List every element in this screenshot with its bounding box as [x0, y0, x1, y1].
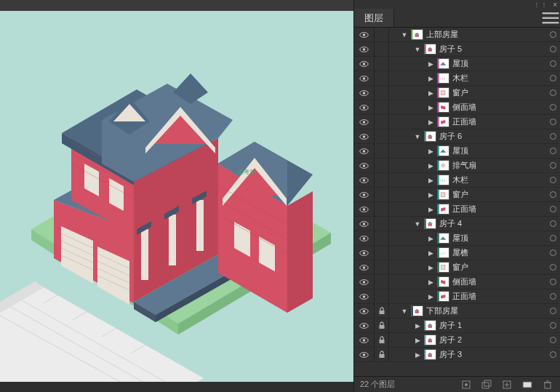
disclosure-triangle-icon[interactable]: ▶: [427, 104, 434, 111]
target-selector[interactable]: [545, 246, 560, 260]
disclosure-triangle-icon[interactable]: ▶: [427, 249, 434, 257]
layer-row[interactable]: ▼房子 6: [354, 129, 560, 144]
layer-body[interactable]: ▶房子 1: [392, 320, 545, 331]
layer-body[interactable]: ▶侧面墙: [392, 276, 545, 287]
layer-body[interactable]: ▶正面墙: [392, 291, 545, 302]
layer-row[interactable]: ▶屋顶: [354, 57, 560, 71]
disclosure-triangle-icon[interactable]: ▶: [427, 162, 434, 169]
layer-row[interactable]: ▼下部房屋: [354, 304, 560, 319]
target-selector[interactable]: [545, 86, 560, 100]
layer-row[interactable]: ▶房子 3: [354, 348, 560, 362]
disclosure-triangle-icon[interactable]: ▼: [414, 220, 421, 228]
lock-toggle[interactable]: [375, 260, 389, 274]
lock-toggle[interactable]: [375, 231, 389, 245]
lock-toggle[interactable]: [375, 144, 389, 158]
footer-mask-button[interactable]: [521, 379, 534, 391]
layer-row[interactable]: ▶正面墙: [354, 289, 560, 304]
lock-toggle[interactable]: [375, 333, 389, 347]
disclosure-triangle-icon[interactable]: ▶: [427, 279, 434, 286]
layer-body[interactable]: ▼上部房屋: [392, 29, 545, 40]
target-selector[interactable]: [545, 260, 560, 274]
layer-row[interactable]: ▶屋顶: [354, 144, 560, 159]
target-selector[interactable]: [545, 333, 560, 347]
tab-layers[interactable]: 图层: [354, 9, 394, 27]
target-selector[interactable]: [545, 188, 560, 201]
visibility-toggle[interactable]: [354, 246, 375, 260]
layer-body[interactable]: ▶屋顶: [392, 145, 545, 156]
lock-toggle[interactable]: [375, 86, 389, 100]
target-selector[interactable]: [545, 28, 560, 41]
visibility-toggle[interactable]: [354, 129, 375, 143]
visibility-toggle[interactable]: [354, 260, 375, 274]
lock-toggle[interactable]: [375, 42, 389, 56]
panel-handle-icon[interactable]: ⋮⋮: [534, 1, 548, 8]
target-selector[interactable]: [545, 57, 560, 71]
visibility-toggle[interactable]: [354, 28, 375, 41]
layer-row[interactable]: ▶侧面墙: [354, 275, 560, 289]
lock-toggle[interactable]: [375, 100, 389, 114]
visibility-toggle[interactable]: [354, 86, 375, 100]
layer-body[interactable]: ▶侧面墙: [392, 102, 545, 113]
visibility-toggle[interactable]: [354, 333, 375, 347]
target-selector[interactable]: [545, 275, 560, 289]
lock-toggle[interactable]: [375, 275, 389, 289]
disclosure-triangle-icon[interactable]: ▶: [427, 89, 434, 97]
layer-body[interactable]: ▶房子 2: [392, 335, 545, 345]
target-selector[interactable]: [545, 42, 560, 56]
layer-body[interactable]: ▶房子 3: [392, 349, 545, 360]
layer-body[interactable]: ▼房子 4: [392, 218, 545, 229]
visibility-toggle[interactable]: [354, 202, 375, 216]
layer-body[interactable]: ▶木栏: [392, 175, 545, 185]
lock-toggle[interactable]: [375, 289, 389, 303]
layer-body[interactable]: ▶正面墙: [392, 116, 545, 127]
layer-body[interactable]: ▶木栏: [392, 73, 545, 84]
layer-row[interactable]: ▶屋顶: [354, 231, 560, 246]
visibility-toggle[interactable]: [354, 289, 375, 303]
target-selector[interactable]: [545, 159, 560, 172]
disclosure-triangle-icon[interactable]: ▼: [401, 31, 408, 39]
layer-row[interactable]: ▶窗户: [354, 86, 560, 100]
visibility-toggle[interactable]: [354, 188, 375, 201]
target-selector[interactable]: [545, 348, 560, 361]
footer-delete-button[interactable]: [541, 379, 554, 391]
footer-new-layer-button[interactable]: [500, 379, 513, 391]
layer-row[interactable]: ▼上部房屋: [354, 28, 560, 42]
disclosure-triangle-icon[interactable]: ▶: [427, 235, 434, 242]
layer-row[interactable]: ▶正面墙: [354, 115, 560, 129]
lock-toggle[interactable]: [375, 246, 389, 260]
visibility-toggle[interactable]: [354, 42, 375, 56]
disclosure-triangle-icon[interactable]: ▶: [427, 264, 434, 271]
layer-row[interactable]: ▶正面墙: [354, 202, 560, 217]
layer-body[interactable]: ▶排气扇: [392, 160, 545, 171]
target-selector[interactable]: [545, 173, 560, 187]
disclosure-triangle-icon[interactable]: ▶: [414, 337, 421, 344]
lock-toggle[interactable]: [375, 57, 389, 71]
lock-toggle[interactable]: [375, 129, 389, 143]
visibility-toggle[interactable]: [354, 173, 375, 187]
disclosure-triangle-icon[interactable]: ▶: [427, 75, 434, 82]
footer-new-sublayer-button[interactable]: [480, 379, 493, 391]
panel-close-icon[interactable]: ×: [553, 1, 557, 9]
disclosure-triangle-icon[interactable]: ▶: [427, 60, 434, 68]
disclosure-triangle-icon[interactable]: ▼: [414, 133, 421, 140]
layer-row[interactable]: ▶窗户: [354, 260, 560, 275]
layer-row[interactable]: ▼房子 4: [354, 217, 560, 231]
lock-toggle[interactable]: [375, 71, 389, 85]
lock-toggle[interactable]: [375, 115, 389, 129]
target-selector[interactable]: [545, 129, 560, 143]
visibility-toggle[interactable]: [354, 348, 375, 361]
target-selector[interactable]: [545, 289, 560, 303]
visibility-toggle[interactable]: [354, 100, 375, 114]
layer-list[interactable]: ▼上部房屋▼房子 5▶屋顶▶木栏▶窗户▶侧面墙▶正面墙▼房子 6▶屋顶▶排气扇▶…: [354, 28, 560, 376]
visibility-toggle[interactable]: [354, 275, 375, 289]
lock-toggle[interactable]: [375, 348, 389, 361]
visibility-toggle[interactable]: [354, 115, 375, 129]
disclosure-triangle-icon[interactable]: ▶: [427, 191, 434, 199]
visibility-toggle[interactable]: [354, 159, 375, 172]
lock-toggle[interactable]: [375, 173, 389, 187]
target-selector[interactable]: [545, 217, 560, 231]
target-selector[interactable]: [545, 202, 560, 216]
visibility-toggle[interactable]: [354, 231, 375, 245]
lock-toggle[interactable]: [375, 217, 389, 231]
panel-menu-button[interactable]: [541, 9, 560, 27]
